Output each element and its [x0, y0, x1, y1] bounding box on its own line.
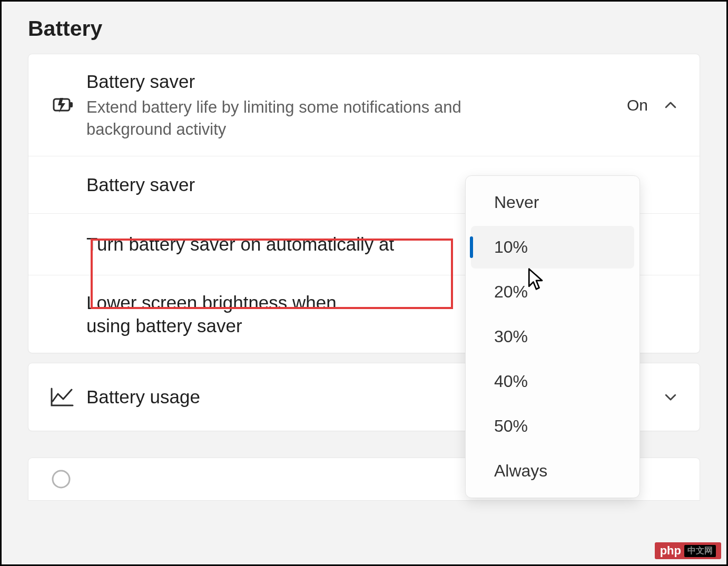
generic-icon: [50, 468, 86, 491]
dropdown-option[interactable]: 40%: [471, 360, 634, 403]
svg-rect-1: [70, 102, 73, 107]
dropdown-option[interactable]: 10%: [471, 226, 634, 269]
page-title: Battery: [2, 2, 726, 54]
chart-icon: [50, 386, 86, 408]
dropdown-option[interactable]: Always: [471, 450, 634, 492]
settings-frame: Battery Battery saver Extend battery lif…: [0, 0, 728, 566]
auto-on-threshold-dropdown[interactable]: Never10%20%30%40%50%Always: [465, 175, 640, 498]
battery-saver-icon: [50, 96, 86, 115]
svg-point-2: [53, 471, 70, 488]
battery-saver-title: Battery saver: [86, 70, 627, 93]
chevron-down-icon[interactable]: [663, 389, 678, 405]
battery-saver-description: Extend battery life by limiting some not…: [86, 96, 497, 141]
watermark-subtext: 中文网: [684, 545, 716, 557]
dropdown-option[interactable]: Never: [471, 181, 634, 224]
battery-saver-status: On: [627, 96, 648, 114]
dropdown-option[interactable]: 50%: [471, 405, 634, 448]
watermark-badge: php 中文网: [655, 542, 721, 559]
lower-brightness-label: Lower screen brightness when using batte…: [86, 291, 381, 337]
chevron-up-icon[interactable]: [663, 97, 678, 113]
dropdown-option[interactable]: 20%: [471, 271, 634, 313]
battery-saver-header-row[interactable]: Battery saver Extend battery life by lim…: [28, 54, 700, 156]
watermark-text: php: [660, 544, 681, 558]
dropdown-option[interactable]: 30%: [471, 315, 634, 358]
